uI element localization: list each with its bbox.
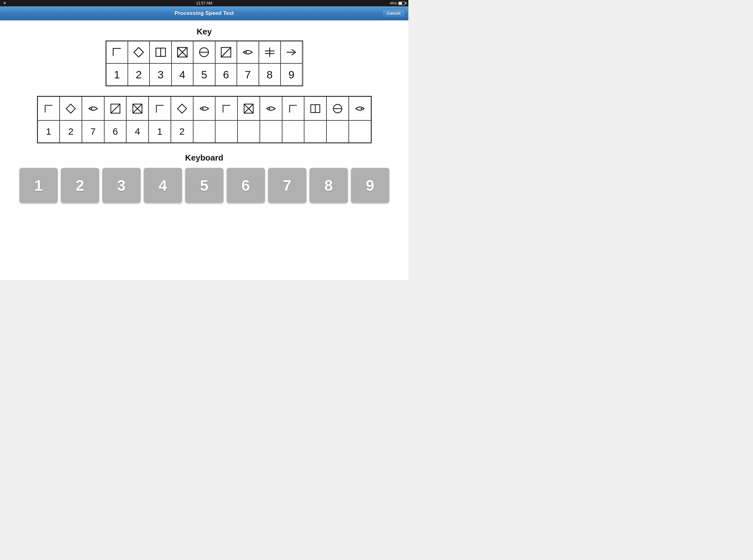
svg-marker-22 (178, 104, 187, 113)
answer-symbol-cell-3 (82, 97, 104, 120)
keyboard-key-6[interactable]: 6 (227, 168, 265, 203)
keyboard-key-1[interactable]: 1 (19, 168, 58, 203)
svg-line-9 (221, 47, 231, 57)
answer-numbers-row: 1276412 (38, 120, 371, 143)
key-grid: 1 2 3 4 5 6 7 8 9 (105, 40, 303, 86)
battery-icon (398, 2, 405, 5)
key-number-8: 8 (259, 63, 281, 86)
status-bar: ✈ 11:57 AM 49% (0, 0, 408, 6)
key-symbol-4 (172, 41, 193, 63)
answer-symbol-cell-12 (282, 97, 305, 120)
svg-line-18 (111, 104, 119, 113)
key-symbol-9 (281, 41, 302, 63)
answer-symbol-cell-9 (215, 97, 237, 120)
key-number-4: 4 (172, 63, 193, 86)
answer-number-cell-8[interactable] (193, 120, 215, 143)
answer-symbol-cell-8 (193, 97, 215, 120)
key-number-9: 9 (281, 63, 302, 86)
answer-number-cell-4: 6 (104, 120, 127, 143)
answer-symbol-cell-5 (126, 97, 149, 120)
answer-symbol-cell-6 (149, 97, 171, 120)
answer-symbols-row (38, 97, 371, 120)
keyboard-key-3[interactable]: 3 (102, 168, 140, 203)
answer-symbol-cell-1 (38, 97, 60, 120)
answer-number-cell-7: 2 (171, 120, 193, 143)
main-content: Key (0, 20, 408, 280)
key-symbol-1 (106, 41, 128, 63)
answer-symbol-cell-7 (171, 97, 193, 120)
answer-number-cell-14[interactable] (326, 120, 349, 143)
battery-percentage: 49% (390, 1, 397, 5)
answer-symbol-cell-13 (304, 97, 326, 120)
key-symbol-8 (259, 41, 281, 63)
svg-point-16 (91, 108, 93, 109)
airplane-mode-icon: ✈ (3, 1, 6, 5)
key-symbol-2 (128, 41, 150, 63)
answer-number-cell-9[interactable] (215, 120, 237, 143)
answer-symbol-cell-15 (349, 97, 371, 120)
answer-symbol-cell-2 (60, 97, 82, 120)
nav-title: Processing Speed Test (175, 10, 234, 17)
answer-number-cell-2: 2 (60, 120, 82, 143)
svg-point-23 (202, 108, 204, 109)
key-number-3: 3 (150, 63, 171, 86)
answer-number-cell-11[interactable] (260, 120, 282, 143)
answer-number-cell-13[interactable] (304, 120, 326, 143)
keyboard-key-4[interactable]: 4 (144, 168, 182, 203)
status-time: 11:57 AM (196, 1, 212, 5)
key-symbols-row (106, 41, 303, 63)
keyboard-key-2[interactable]: 2 (61, 168, 99, 203)
key-numbers-row: 1 2 3 4 5 6 7 8 9 (106, 63, 303, 86)
nav-bar: Processing Speed Test Cancel (0, 6, 408, 20)
keyboard-key-5[interactable]: 5 (185, 168, 224, 203)
key-symbol-3 (150, 41, 171, 63)
key-number-5: 5 (193, 63, 215, 86)
battery-status: 49% (390, 1, 405, 5)
key-section-title: Key (6, 27, 402, 37)
key-number-7: 7 (237, 63, 258, 86)
svg-marker-15 (66, 104, 75, 113)
answer-number-cell-1: 1 (38, 120, 60, 143)
key-symbol-5 (193, 41, 215, 63)
keyboard-label: Keyboard (6, 153, 402, 163)
answer-number-cell-3: 7 (82, 120, 104, 143)
svg-marker-0 (134, 47, 143, 57)
answer-symbol-cell-4 (104, 97, 127, 120)
keyboard-section: Keyboard 123456789 (6, 153, 402, 203)
keyboard-key-9[interactable]: 9 (351, 168, 389, 203)
answer-symbol-cell-10 (237, 97, 260, 120)
svg-point-10 (246, 52, 247, 53)
key-symbol-6 (215, 41, 237, 63)
key-number-1: 1 (106, 63, 128, 86)
key-symbol-7 (237, 41, 258, 63)
answer-grid: 1276412 (37, 96, 372, 143)
keyboard-key-7[interactable]: 7 (268, 168, 306, 203)
keyboard-key-8[interactable]: 8 (310, 168, 348, 203)
answer-symbol-cell-14 (326, 97, 349, 120)
cancel-button[interactable]: Cancel (382, 9, 405, 18)
answer-number-cell-12[interactable] (282, 120, 305, 143)
svg-point-27 (269, 108, 270, 109)
keyboard-row: 123456789 (6, 168, 402, 203)
key-number-6: 6 (215, 63, 237, 86)
svg-point-32 (361, 108, 362, 109)
answer-number-cell-6: 1 (149, 120, 171, 143)
answer-symbol-cell-11 (260, 97, 282, 120)
answer-number-cell-10[interactable] (237, 120, 260, 143)
answer-number-cell-15[interactable] (349, 120, 371, 143)
answer-number-cell-5: 4 (126, 120, 149, 143)
key-number-2: 2 (128, 63, 150, 86)
